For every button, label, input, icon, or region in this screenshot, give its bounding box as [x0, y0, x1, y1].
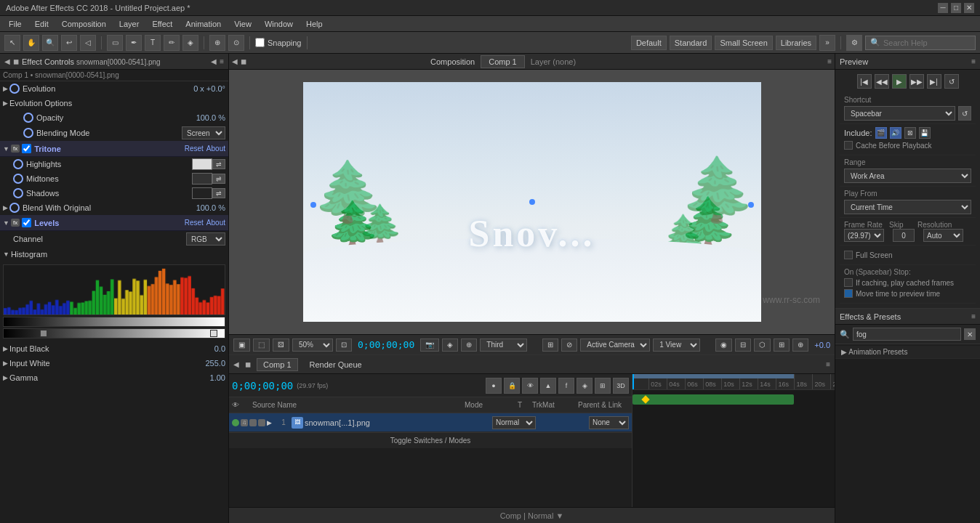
cache-frames-checkbox[interactable]: [844, 278, 853, 287]
search-help-input[interactable]: [883, 38, 971, 47]
pen-tool[interactable]: ✒: [126, 35, 142, 51]
close-button[interactable]: ✕: [964, 3, 974, 13]
opacity-value[interactable]: 100.0 %: [182, 113, 225, 122]
input-black-twirl[interactable]: ▶: [3, 345, 8, 352]
snapshot-btn[interactable]: 📷: [420, 338, 439, 352]
3d-btn[interactable]: ⬡: [754, 338, 771, 352]
shadows-stopwatch[interactable]: [13, 188, 23, 198]
zoom-tool[interactable]: 🔍: [42, 35, 58, 51]
evolution-twirl[interactable]: ▶: [3, 85, 8, 92]
input-black-value[interactable]: 0.0: [182, 344, 225, 353]
layer-audio-icon[interactable]: ♫: [241, 419, 248, 426]
levels-enable-checkbox[interactable]: [22, 218, 31, 227]
preview-menu-btn[interactable]: ≡: [971, 57, 976, 65]
menu-composition[interactable]: Composition: [56, 18, 112, 30]
go-start-btn[interactable]: |◀: [857, 74, 872, 89]
panel-menu-btn[interactable]: ≡: [220, 57, 224, 65]
timeline-comp-tab[interactable]: Comp 1: [257, 358, 298, 371]
rotate-tool[interactable]: ↩: [61, 35, 77, 51]
shortcut-reset-btn[interactable]: ↺: [958, 106, 971, 121]
blend-value[interactable]: 100.0 %: [182, 203, 225, 212]
play-from-select[interactable]: Current Time Start of Range: [844, 200, 971, 214]
zoom-select[interactable]: 50% 100% 25%: [292, 338, 333, 352]
timeline-panel-btn2[interactable]: ◼: [245, 360, 251, 368]
opacity-stopwatch[interactable]: [23, 113, 33, 123]
camera-tool[interactable]: ⊙: [228, 35, 244, 51]
table-row[interactable]: ♫ ▶ 1 🖼 snowman[...1].png Normal Screen: [229, 413, 632, 432]
camera-select[interactable]: Active Camera: [580, 338, 650, 352]
go-end-btn[interactable]: ▶|: [927, 74, 941, 89]
handle-right[interactable]: [748, 202, 754, 208]
undo-btn[interactable]: ◁: [80, 35, 96, 51]
comp-tab[interactable]: Comp 1: [481, 55, 525, 68]
range-select[interactable]: Work Area Entire Composition Around Curr…: [844, 169, 971, 183]
menu-window[interactable]: Window: [259, 18, 299, 30]
effects-search-input[interactable]: [853, 328, 961, 341]
menu-view[interactable]: View: [228, 18, 257, 30]
grid-btn[interactable]: ⊞: [542, 338, 558, 352]
transparency-btn[interactable]: ⚄: [273, 338, 289, 352]
standard-workspace-btn[interactable]: Standard: [670, 36, 712, 50]
panel-collapse-icon[interactable]: ◀: [4, 57, 10, 65]
input-white-value[interactable]: 255.0: [182, 359, 225, 368]
hand-tool[interactable]: ✋: [23, 35, 39, 51]
comp-panel-menu[interactable]: ≡: [827, 57, 832, 65]
shortcut-select[interactable]: Spacebar Numpad 0: [844, 106, 955, 121]
brush-tool[interactable]: ✏: [164, 35, 180, 51]
text-tool[interactable]: T: [145, 35, 161, 51]
layer-play-btn[interactable]: ▶: [267, 419, 272, 426]
puppet-tool[interactable]: ⊕: [209, 35, 225, 51]
midtones-stopwatch[interactable]: [13, 174, 23, 184]
select-tool[interactable]: ↖: [4, 35, 20, 51]
menu-edit[interactable]: Edit: [29, 18, 55, 30]
menu-effect[interactable]: Effect: [146, 18, 178, 30]
panel-lock-icon[interactable]: ◼: [13, 57, 19, 65]
layer-mode-select[interactable]: Normal Screen Multiply: [492, 416, 536, 429]
region-interest-btn[interactable]: ⬚: [253, 338, 270, 352]
maximize-button[interactable]: □: [951, 3, 961, 13]
midtones-swatch[interactable]: [192, 173, 212, 185]
cache-playback-checkbox[interactable]: [844, 141, 853, 150]
step-back-btn[interactable]: ◀◀: [875, 74, 889, 89]
bm-stopwatch[interactable]: [23, 128, 33, 138]
effects-presets-menu-btn[interactable]: ≡: [971, 312, 976, 320]
tl-shy-btn[interactable]: 👁: [522, 378, 538, 394]
include-video-btn[interactable]: 🎬: [875, 127, 887, 139]
blend-stopwatch[interactable]: [9, 203, 20, 213]
tl-quality-btn[interactable]: ▲: [540, 378, 556, 394]
region2-btn[interactable]: ⊟: [735, 338, 751, 352]
render-queue-btn[interactable]: Render Queue: [304, 359, 368, 370]
highlights-swatch[interactable]: [192, 158, 212, 170]
timeline-panel-btn1[interactable]: ◀: [233, 360, 239, 368]
blend-twirl[interactable]: ▶: [3, 204, 8, 211]
rect-tool[interactable]: ▭: [107, 35, 123, 51]
search-icon-btn[interactable]: ⚙: [846, 35, 862, 51]
layer-bar[interactable]: [632, 394, 794, 405]
move-time-checkbox[interactable]: [844, 289, 853, 298]
work-area-bar[interactable]: [632, 374, 794, 378]
default-workspace-btn[interactable]: Default: [631, 36, 667, 50]
handle-left[interactable]: [310, 202, 316, 208]
midtones-arrow-btn[interactable]: ⇌: [212, 174, 225, 184]
tritone-reset-btn[interactable]: Reset: [185, 145, 204, 153]
tl-adjust-btn[interactable]: ⊞: [595, 378, 611, 394]
fps-select[interactable]: (29.97) (24) (30): [844, 229, 884, 242]
playhead[interactable]: [632, 374, 634, 389]
handle-center[interactable]: [529, 199, 535, 205]
black-point-slider[interactable]: [40, 330, 47, 337]
evolution-stopwatch[interactable]: [9, 84, 20, 94]
menu-help[interactable]: Help: [300, 18, 329, 30]
input-white-twirl[interactable]: ▶: [3, 360, 8, 367]
tl-lock-btn[interactable]: 🔒: [504, 378, 520, 394]
tl-3d-btn[interactable]: 3D: [613, 378, 629, 394]
tl-time-display[interactable]: 0;00;00;00: [232, 380, 293, 392]
show-channel-btn[interactable]: ⊕: [461, 338, 477, 352]
comp-panel-btn1[interactable]: ◀: [232, 57, 238, 65]
white-point-slider[interactable]: [210, 330, 217, 337]
gamma-value[interactable]: 1.00: [182, 373, 225, 382]
gamma-twirl[interactable]: ▶: [3, 374, 8, 381]
effects-search-clear-btn[interactable]: ✕: [964, 328, 976, 340]
histogram-twirl[interactable]: ▼: [3, 251, 9, 258]
view-select[interactable]: Third Custom: [480, 338, 527, 352]
layer-lock-icon[interactable]: [258, 419, 265, 426]
